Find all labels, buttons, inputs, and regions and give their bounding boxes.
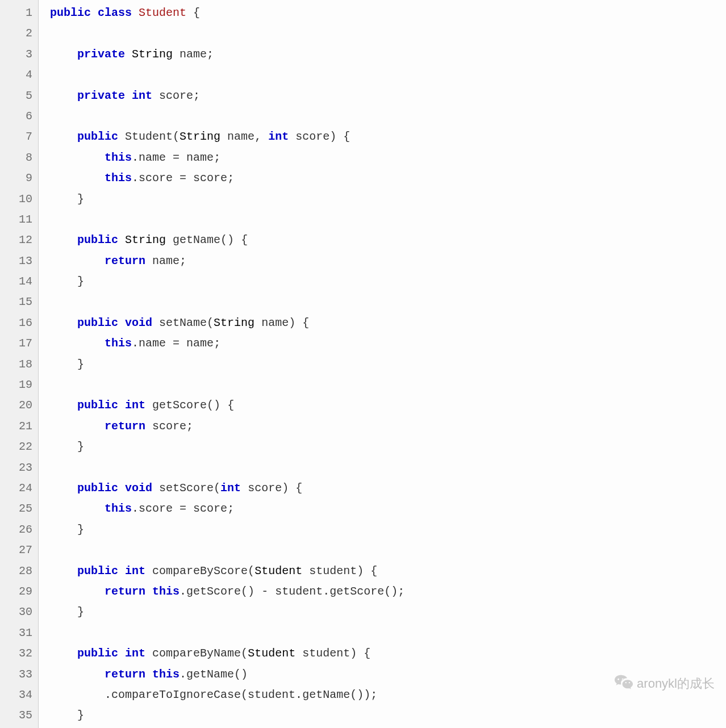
code-line[interactable]: this.name = name; xyxy=(50,333,726,354)
code-line[interactable]: public void setScore(int score) { xyxy=(50,478,726,499)
line-number: 23 xyxy=(3,458,32,478)
code-line[interactable]: public void setName(String name) { xyxy=(50,313,726,333)
line-number: 6 xyxy=(3,106,32,127)
code-line[interactable]: return name; xyxy=(50,251,726,271)
line-number: 31 xyxy=(3,623,32,643)
code-line[interactable] xyxy=(50,210,726,230)
code-line[interactable]: } xyxy=(50,271,726,292)
code-line[interactable]: this.score = score; xyxy=(50,499,726,519)
line-number: 35 xyxy=(3,705,32,726)
code-line[interactable]: public class Student { xyxy=(50,3,726,23)
code-line[interactable]: public String getName() { xyxy=(50,230,726,250)
line-number: 3 xyxy=(3,44,32,65)
line-number: 14 xyxy=(3,271,32,292)
code-line[interactable]: public int compareByName(Student student… xyxy=(50,643,726,664)
code-line[interactable]: this.score = score; xyxy=(50,168,726,189)
line-number: 27 xyxy=(3,540,32,560)
code-editor: 1234567891011121314151617181920212223242… xyxy=(0,0,726,728)
code-line[interactable]: } xyxy=(50,437,726,457)
code-line[interactable]: } xyxy=(50,602,726,622)
line-number: 24 xyxy=(3,478,32,499)
line-number: 5 xyxy=(3,86,32,106)
line-number: 4 xyxy=(3,65,32,85)
code-line[interactable] xyxy=(50,23,726,44)
line-number: 8 xyxy=(3,148,32,168)
line-number: 7 xyxy=(3,127,32,147)
code-line[interactable] xyxy=(50,292,726,312)
code-line[interactable] xyxy=(50,458,726,478)
code-area[interactable]: public class Student { private String na… xyxy=(39,0,726,728)
line-number: 9 xyxy=(3,168,32,189)
line-number: 22 xyxy=(3,437,32,457)
line-number: 10 xyxy=(3,189,32,210)
watermark: aronykl的成长 xyxy=(614,673,715,694)
line-number: 18 xyxy=(3,354,32,375)
line-number: 15 xyxy=(3,292,32,312)
line-number: 28 xyxy=(3,561,32,581)
line-number: 34 xyxy=(3,685,32,705)
code-line[interactable]: } xyxy=(50,189,726,210)
watermark-text: aronykl的成长 xyxy=(637,675,715,692)
code-line[interactable]: } xyxy=(50,354,726,375)
line-number: 26 xyxy=(3,520,32,540)
code-line[interactable]: } xyxy=(50,520,726,540)
line-number: 2 xyxy=(3,23,32,44)
line-number: 13 xyxy=(3,251,32,271)
code-line[interactable]: public int getScore() { xyxy=(50,395,726,416)
line-number: 25 xyxy=(3,499,32,519)
line-number: 20 xyxy=(3,395,32,416)
code-line[interactable] xyxy=(50,106,726,127)
code-line[interactable] xyxy=(50,623,726,643)
line-number: 29 xyxy=(3,581,32,602)
code-line[interactable] xyxy=(50,540,726,560)
line-number: 11 xyxy=(3,210,32,230)
code-line[interactable]: return this.getScore() - student.getScor… xyxy=(50,581,726,602)
wechat-icon xyxy=(614,673,633,694)
code-line[interactable]: this.name = name; xyxy=(50,148,726,168)
code-line[interactable]: return score; xyxy=(50,416,726,437)
code-line[interactable]: public int compareByScore(Student studen… xyxy=(50,561,726,581)
code-line[interactable] xyxy=(50,375,726,395)
code-line[interactable]: public Student(String name, int score) { xyxy=(50,127,726,147)
line-number: 12 xyxy=(3,230,32,250)
line-number: 16 xyxy=(3,313,32,333)
code-line[interactable]: private String name; xyxy=(50,44,726,65)
code-line[interactable]: private int score; xyxy=(50,86,726,106)
code-line[interactable]: } xyxy=(50,705,726,726)
line-number: 32 xyxy=(3,643,32,664)
line-number: 19 xyxy=(3,375,32,395)
line-number-gutter: 1234567891011121314151617181920212223242… xyxy=(0,0,39,728)
line-number: 33 xyxy=(3,664,32,685)
line-number: 30 xyxy=(3,602,32,622)
line-number: 21 xyxy=(3,416,32,437)
line-number: 1 xyxy=(3,3,32,23)
line-number: 17 xyxy=(3,333,32,354)
code-line[interactable] xyxy=(50,65,726,85)
